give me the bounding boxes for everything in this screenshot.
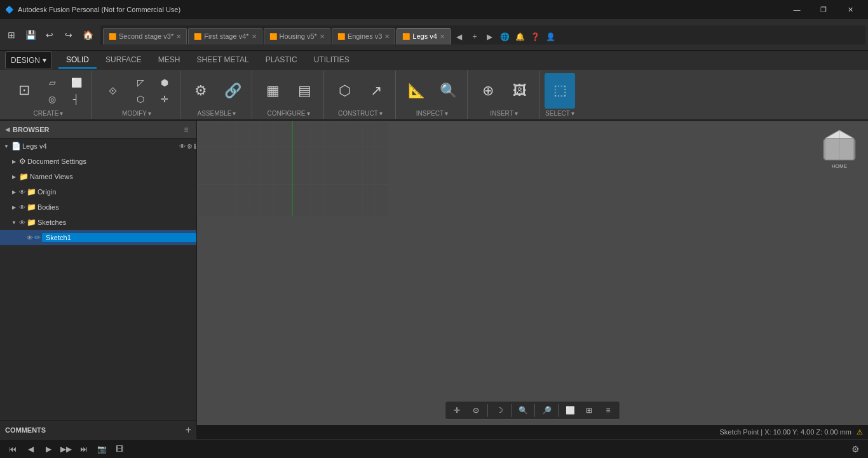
viewcube[interactable]: HOME [817,127,862,172]
undo-btn[interactable]: ↩ [41,26,58,44]
tab-close[interactable]: ✕ [440,33,445,40]
vp-origin-btn[interactable]: ⊙ [467,403,485,418]
anim-prev-start[interactable]: ⏮ [5,441,20,457]
tab-surface[interactable]: SURFACE [98,52,149,69]
configure-label[interactable]: CONFIGURE ▾ [268,110,310,117]
comments-add-btn[interactable]: + [186,424,191,436]
tab-close[interactable]: ✕ [252,33,257,40]
tree-item-named-views[interactable]: ▶ 📁 Named Views [0,169,196,184]
extrude-btn[interactable]: ▱ [41,75,64,90]
expand-arrow[interactable]: ▼ [10,219,18,226]
expand-arrow[interactable]: ▶ [10,158,18,165]
tab-sheet-metal[interactable]: SHEET METAL [189,52,256,69]
construct-main-btn[interactable]: ⬡ [329,73,360,109]
loft-btn[interactable]: ┤ [65,91,88,107]
settings-icon[interactable]: ⚙ [187,143,193,150]
tab-engines[interactable]: 🟧 Engines v3 ✕ [332,28,395,44]
tab-close[interactable]: ✕ [320,33,325,40]
expand-arrow[interactable] [18,234,25,241]
construct-sub-btn[interactable]: ↗ [361,73,391,109]
tree-item-sketches[interactable]: ▼ 👁 📁 Sketches [0,215,196,230]
joint-btn[interactable]: 🔗 [217,73,248,109]
configure-sub-btn[interactable]: ▤ [289,73,320,109]
tab-nav-right[interactable]: ▶ [482,29,498,44]
expand-arrow[interactable]: ▶ [10,173,18,180]
tab-close[interactable]: ✕ [176,33,181,40]
expand-arrow[interactable]: ▼ [3,142,10,150]
tab-first-stage[interactable]: 🟧 First stage v4* ✕ [188,28,262,44]
tree-item-doc-settings[interactable]: ▶ ⚙ Document Settings [0,154,196,169]
revolve-btn[interactable]: ◎ [41,91,64,107]
info-icon[interactable]: ℹ [194,143,196,150]
assemble-label[interactable]: ASSEMBLE ▾ [198,110,236,117]
insert-label[interactable]: INSERT ▾ [490,110,518,117]
shell-btn[interactable]: ⬢ [153,75,176,90]
design-dropdown[interactable]: DESIGN ▾ [5,51,52,69]
inspect-label[interactable]: INSPECT ▾ [416,110,448,117]
timeline-icon-btn[interactable]: 🎞 [112,441,127,457]
modify-main-btn[interactable]: ⟐ [97,73,128,109]
tab-close[interactable]: ✕ [384,33,390,40]
create-label[interactable]: CREATE ▾ [34,110,64,117]
select-label-group[interactable]: SELECT ▾ [545,110,574,117]
assemble-main-btn[interactable]: ⚙ [186,73,216,109]
vp-zoom-btn[interactable]: 🔎 [538,403,555,418]
tab-mesh[interactable]: MESH [151,52,188,69]
tree-item-sketch1[interactable]: 👁 ✏ Sketch1 [0,230,196,245]
tab-add[interactable]: ＋ [467,29,482,44]
vp-grid-btn[interactable]: ⊞ [580,403,598,418]
inspect-sub-btn[interactable]: 🔍 [433,73,463,109]
user-avatar[interactable]: 👤 [543,29,559,44]
visibility-icon[interactable]: 👁 [19,219,25,226]
home-btn[interactable]: 🏠 [79,26,97,44]
minimize-button[interactable]: — [784,0,810,19]
help[interactable]: ❓ [528,29,543,44]
viewport[interactable]: HOME ✛ ⊙ ☽ 🔍 🔎 ⬜ ⊞ ≡ Sketch Point | X: 1… [197,121,868,439]
construct-label[interactable]: CONSTRUCT ▾ [338,110,383,117]
tree-item-root[interactable]: ▼ 📄 Legs v4 👁 ⚙ ℹ [0,138,196,154]
visibility-icon[interactable]: 👁 [179,143,186,150]
redo-btn[interactable]: ↪ [60,26,78,44]
configure-main-btn[interactable]: ▦ [257,73,288,109]
vp-look-btn[interactable]: 🔍 [514,403,532,418]
camera-icon-btn[interactable]: 📷 [94,441,109,457]
tab-housing[interactable]: 🟧 Housing v5* ✕ [264,28,330,44]
insert-sub-btn[interactable]: 🖼 [505,73,535,109]
inspect-main-btn[interactable]: 📐 [401,73,431,109]
notifications[interactable]: 🔔 [513,29,528,44]
anim-next[interactable]: ▶▶ [58,441,74,457]
save-btn[interactable]: 💾 [22,26,39,44]
tab-solid[interactable]: SOLID [58,52,97,69]
fillet-btn[interactable]: ◸ [129,75,152,90]
anim-prev[interactable]: ◀ [23,441,38,457]
visibility-icon[interactable]: 👁 [19,204,25,211]
tree-item-bodies[interactable]: ▶ 👁 📁 Bodies [0,199,196,215]
scale-btn[interactable]: ✛ [153,91,176,107]
close-button[interactable]: ✕ [837,0,863,19]
tab-more[interactable]: 🌐 [498,29,513,44]
tab-second-stage[interactable]: 🟧 Second stage v3* ✕ [103,28,187,44]
tab-legs[interactable]: 🟧 Legs v4 ✕ [397,28,451,44]
expand-arrow[interactable]: ▶ [10,188,18,196]
visibility-icon[interactable]: 👁 [27,234,33,241]
insert-main-btn[interactable]: ⊕ [473,73,503,109]
sweep-btn[interactable]: ⬜ [65,75,88,90]
anim-settings-btn[interactable]: ⚙ [848,441,863,457]
maximize-button[interactable]: ❐ [811,0,836,19]
vp-move-btn[interactable]: ✛ [448,403,466,418]
browser-collapse-btn[interactable]: ◀ [5,126,10,133]
tab-utilities[interactable]: UTILITIES [306,52,357,69]
new-component-btn[interactable]: ⊡ [9,73,39,109]
browser-menu-btn[interactable]: ≡ [181,125,191,135]
vp-more-btn[interactable]: ≡ [599,403,617,418]
visibility-icon[interactable]: 👁 [19,189,25,196]
select-main-btn[interactable]: ⬚ [545,73,575,109]
tab-plastic[interactable]: PLASTIC [258,52,305,69]
anim-next-end[interactable]: ⏭ [76,441,92,457]
vp-orbit-btn[interactable]: ☽ [491,403,508,418]
modify-label-group[interactable]: MODIFY ▾ [122,110,151,117]
anim-play[interactable]: ▶ [41,441,56,457]
tab-nav-left[interactable]: ◀ [452,29,467,44]
chamfer-btn[interactable]: ⬡ [129,91,152,107]
vp-display-btn[interactable]: ⬜ [561,403,579,418]
